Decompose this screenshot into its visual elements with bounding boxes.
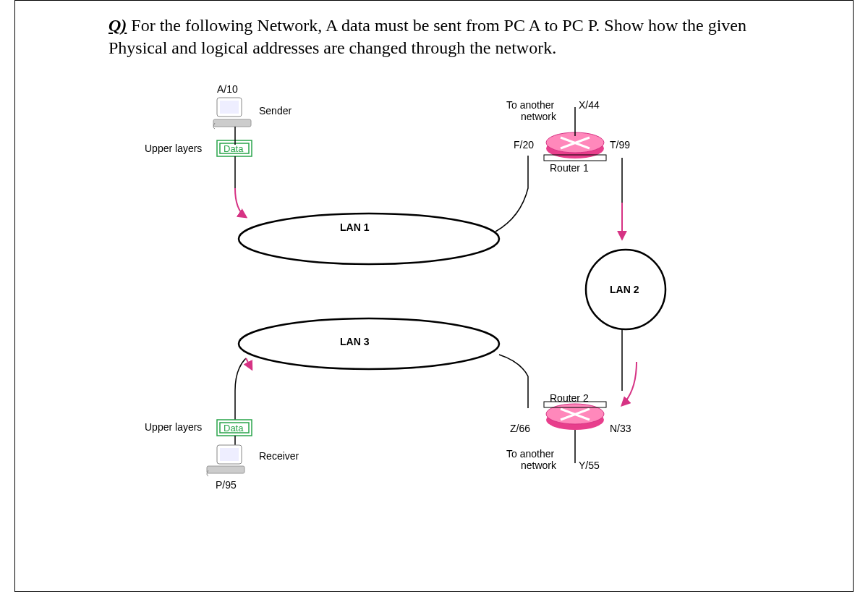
- router1-ext-label-1: To another: [506, 99, 554, 111]
- sender-layers: Upper layers Data: [145, 140, 252, 156]
- receiver-role: Receiver: [259, 450, 299, 462]
- svg-rect-1: [220, 101, 239, 114]
- router1-left-if: F/20: [514, 139, 534, 151]
- sender-pc: A/10 Sender: [213, 83, 292, 129]
- router2-left-if: Z/66: [510, 423, 530, 434]
- router2-ext-label-2: network: [521, 460, 557, 471]
- router2-right-if: N/33: [610, 423, 631, 434]
- sender-address: A/10: [217, 83, 238, 95]
- receiver-layers-label: Upper layers: [145, 421, 202, 433]
- lan1-label: LAN 1: [340, 221, 370, 233]
- router1-ext-label-2: network: [521, 111, 557, 122]
- router1-name: Router 1: [550, 162, 589, 174]
- svg-rect-27: [220, 448, 239, 461]
- receiver-pc: Receiver P/95: [207, 445, 299, 491]
- router2-name: Router 2: [550, 392, 589, 404]
- lan3-label: LAN 3: [340, 336, 370, 347]
- sender-layers-label: Upper layers: [145, 143, 202, 154]
- sender-role: Sender: [259, 105, 292, 117]
- router2-ext-if: Y/55: [579, 460, 600, 471]
- router2: Router 2 Z/66 N/33 Y/55 To another netwo…: [506, 392, 631, 471]
- diagram-canvas: A/10 Sender Upper layers Data LAN 1: [0, 0, 868, 592]
- router1-ext-if: X/44: [579, 99, 600, 111]
- router2-ext-label-1: To another: [506, 448, 554, 460]
- sender-data-label: Data: [224, 143, 244, 154]
- svg-rect-28: [207, 466, 244, 473]
- router1: Router 1 F/20 T/99 X/44 To another netwo…: [506, 99, 630, 174]
- receiver-address: P/95: [216, 479, 237, 491]
- router1-right-if: T/99: [610, 139, 630, 151]
- receiver-data-label: Data: [224, 423, 244, 434]
- receiver-layers: Upper layers Data: [145, 420, 252, 436]
- svg-rect-2: [213, 119, 251, 127]
- lan2-label: LAN 2: [610, 284, 639, 295]
